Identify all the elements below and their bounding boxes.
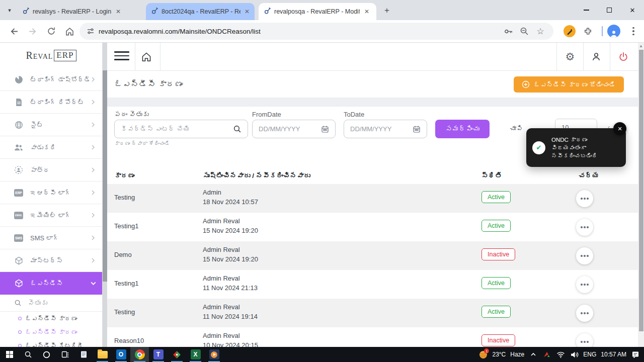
tab-close-icon[interactable]: ✕ [244,8,251,16]
extensions-puzzle-icon[interactable] [581,25,594,38]
sidebar-item-menu[interactable]: పాత్ర [0,159,102,182]
profile-avatar[interactable] [607,25,620,38]
back-icon[interactable] [7,24,21,38]
browser-tab[interactable]: 8oct2024qa - RevalERP - Return✕ [146,3,255,20]
tab-title: 8oct2024qa - RevalERP - Return [162,8,240,15]
row-actions-ellipsis-button[interactable] [576,190,593,207]
taskbar-chrome-icon[interactable] [130,347,149,362]
language-indicator[interactable]: ENG [583,351,596,358]
showing-label: చూపి [510,125,523,132]
browser-toolbar: revalposqa.revalomni.com/Mainsite/ONDCRe… [0,20,644,43]
toast-close-icon[interactable]: ✕ [613,122,626,135]
browser-menu-kebab-icon[interactable] [627,25,640,38]
table-header-row: కారణం సృష్టించినవారు / నవీకరించినవారు స్… [107,167,638,184]
sidebar-item-label: ఇఆర్పీ లాగ్ [30,189,71,197]
keyword-search-input[interactable]: కీవర్డ్స్ ఎంటర్ చేయి [114,120,248,138]
sidebar-item-menu[interactable]: వాడుకరి [0,136,102,159]
todate-label: ToDate [344,111,364,118]
user-account-icon[interactable] [589,50,603,64]
cell-date: 15 Nov 2024 19:20 [203,227,258,234]
weather-icon[interactable]: 1 [478,350,488,359]
cell-created-by: Admin Reval [203,217,240,225]
row-actions-ellipsis-button[interactable] [576,247,593,264]
clock[interactable]: 10:57 AM [601,351,626,358]
sidebar-subitem[interactable]: ఓఎన్డీసీ కారణం [0,312,102,325]
hidden-icons-chevron[interactable] [529,350,538,359]
tray-app-icon[interactable] [542,350,551,359]
taskbar-outlook-icon[interactable]: O [112,347,130,362]
window-controls: ✕ [575,0,644,20]
extension-colorzilla-icon[interactable] [563,25,576,38]
taskbar-cortana-icon[interactable] [37,347,56,362]
sidebar-item-ondc[interactable]: ఓఎన్డీసీ [0,272,102,295]
hamburger-menu-icon[interactable] [114,51,129,60]
tab-close-icon[interactable]: ✕ [363,8,371,16]
sidebar-subitem[interactable]: ఓఎన్డీసీ కారణం [0,325,102,339]
cell-reason: Testing1 [114,280,138,287]
cube-icon [14,256,23,265]
browser-tab[interactable]: revalsys - RevalERP - Login✕ [17,3,140,20]
sidebar-item-menu[interactable]: SMSSMS లాగ్ [0,227,102,249]
tray-temperature[interactable]: 23°C [492,351,506,358]
tab-search-chevron-icon[interactable]: ▾ [3,4,16,17]
fromdate-input[interactable]: DD/MM/YYYY [252,120,336,138]
new-tab-button[interactable]: + [380,4,393,17]
close-window-button[interactable]: ✕ [621,0,644,20]
forward-icon[interactable] [25,24,39,38]
row-actions-ellipsis-button[interactable] [576,305,593,322]
maximize-button[interactable] [598,0,621,20]
taskbar-taskbar-search-icon[interactable] [19,347,37,362]
sidebar-item-menu[interactable]: ERPఇఆర్పీ లాగ్ [0,182,102,204]
zoom-indicator-icon[interactable] [518,25,530,37]
taskbar-teams-icon[interactable]: T [149,347,168,362]
settings-gear-icon[interactable]: ⚙ [563,50,577,64]
taskbar-excel-icon[interactable]: X [186,347,205,362]
row-actions-ellipsis-button[interactable] [576,276,593,293]
app-home-icon[interactable] [139,50,153,64]
sidebar-item-menu[interactable]: సైట్ [0,114,102,136]
pie-chart-icon [14,75,23,84]
logout-power-icon[interactable] [616,50,630,64]
todate-input[interactable]: DD/MM/YYYY [344,120,427,138]
action-center-icon[interactable] [631,350,640,359]
reload-icon[interactable] [44,24,58,38]
row-actions-ellipsis-button[interactable] [576,219,593,236]
chevron-right-icon [90,190,96,196]
minimize-button[interactable] [575,0,598,20]
sidebar-scrollbar[interactable] [103,43,107,347]
volume-icon[interactable] [570,350,579,359]
taskbar-file-explorer-icon[interactable] [93,347,112,362]
password-key-icon[interactable] [502,25,514,37]
browser-tab[interactable]: revalposqa - RevalERP - Modify✕ [259,3,376,20]
sidebar-item-menu[interactable]: ట్రాకింగ్ డాష్‌బోర్డ్ [0,68,102,91]
tray-condition[interactable]: Haze [510,351,524,358]
sidebar-item-menu[interactable]: ట్రాకింగ్ రిపోర్ట్ [0,91,102,114]
page-scrollbar[interactable]: ▲ [638,43,644,347]
sidebar-item-label: సైట్ [30,121,43,129]
status-badge: Active [481,191,511,203]
table-row: Testing1Admin Reval11 Nov 2024 21:13Acti… [107,270,638,299]
url-text[interactable]: revalposqa.revalomni.com/Mainsite/ONDCRe… [99,28,261,35]
tab-close-icon[interactable]: ✕ [114,8,122,16]
sidebar-item-menu[interactable]: మాస్టర్స్ [0,249,102,272]
taskbar-notepad-icon[interactable] [74,347,93,362]
url-bar[interactable]: revalposqa.revalomni.com/Mainsite/ONDCRe… [79,23,553,40]
scrollbar-up-arrow[interactable]: ▲ [639,44,643,48]
add-ondc-reason-button[interactable]: ఓఎన్డీసీ కారణం జోడించండి [514,76,624,93]
taskbar-windows-start-icon[interactable] [0,347,19,362]
bookmark-star-icon[interactable]: ☆ [534,25,546,37]
browser-home-icon[interactable] [62,24,76,38]
sidebar-item-label: మాస్టర్స్ [30,257,63,264]
submit-button[interactable]: సమర్పించు [435,120,490,138]
taskbar-task-view-icon[interactable] [56,347,74,362]
section-divider [107,98,638,107]
system-tray: 1 23°C Haze ENG 10:57 AM [478,347,644,362]
sidebar-item-menu[interactable]: EMAILఇమెయిల్ లాగ్ [0,204,102,227]
taskbar-media-player-icon[interactable] [205,347,223,362]
sidebar-submenu-search[interactable]: వెతుకు [0,295,102,312]
taskbar-shapes-app-icon[interactable] [168,347,186,362]
wifi-icon[interactable] [556,350,565,359]
site-info-icon[interactable] [87,27,95,35]
status-badge: Active [481,306,511,318]
scrollbar-thumb[interactable] [639,50,643,331]
